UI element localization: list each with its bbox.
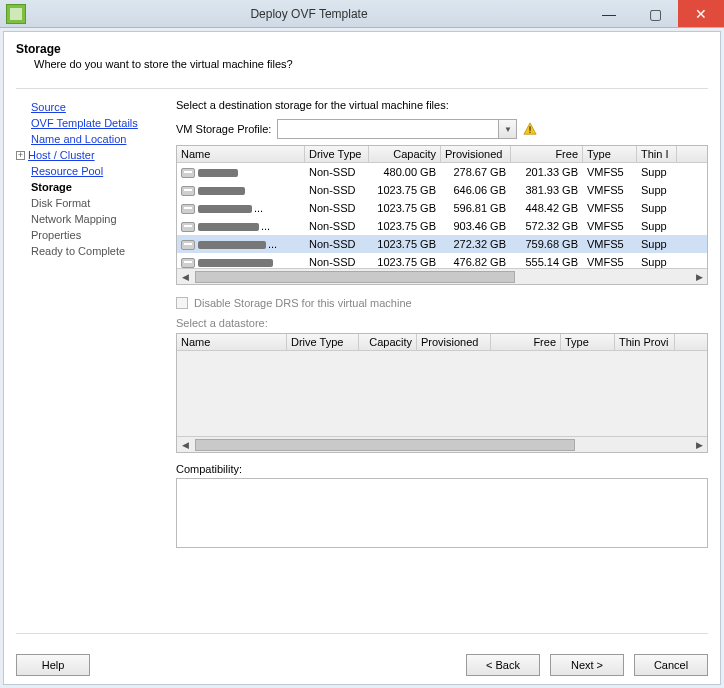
cell: Supp: [637, 219, 677, 233]
storage-row[interactable]: ...Non-SSD1023.75 GB272.32 GB759.68 GBVM…: [177, 235, 707, 253]
help-button[interactable]: Help: [16, 654, 90, 676]
cell: Non-SSD: [305, 183, 369, 197]
redacted-name: [198, 259, 273, 267]
back-button[interactable]: < Back: [466, 654, 540, 676]
cell-name: [177, 165, 305, 179]
storage-row[interactable]: ...Non-SSD1023.75 GB903.46 GB572.32 GBVM…: [177, 217, 707, 235]
col-provisioned[interactable]: Provisioned: [441, 146, 511, 162]
col2-drive-type[interactable]: Drive Type: [287, 334, 359, 350]
storage-grid: Name Drive Type Capacity Provisioned Fre…: [176, 145, 708, 285]
nav-item-source[interactable]: Source: [16, 99, 166, 115]
cell: 480.00 GB: [369, 165, 441, 179]
col2-capacity[interactable]: Capacity: [359, 334, 417, 350]
scroll-thumb[interactable]: [195, 271, 515, 283]
divider: [16, 88, 708, 89]
nav-item-network-mapping: Network Mapping: [16, 211, 166, 227]
datastore-label: Select a datastore:: [176, 317, 708, 329]
cancel-button[interactable]: Cancel: [634, 654, 708, 676]
storage-row[interactable]: Non-SSD1023.75 GB646.06 GB381.93 GBVMFS5…: [177, 181, 707, 199]
cell: VMFS5: [583, 183, 637, 197]
cell: VMFS5: [583, 201, 637, 215]
wizard-nav: SourceOVF Template DetailsName and Locat…: [16, 99, 166, 625]
cell: Supp: [637, 255, 677, 268]
cell: Supp: [637, 165, 677, 179]
col-drive-type[interactable]: Drive Type: [305, 146, 369, 162]
scroll-thumb[interactable]: [195, 439, 575, 451]
scroll-right-icon[interactable]: ▶: [691, 272, 707, 282]
datastore-icon: [181, 168, 195, 178]
cell-name: [177, 183, 305, 197]
scroll-left-icon[interactable]: ◀: [177, 440, 193, 450]
cell-name: [177, 255, 305, 268]
cell: 448.42 GB: [511, 201, 583, 215]
nav-label: Properties: [31, 227, 81, 243]
disable-drs-checkbox: [176, 297, 188, 309]
cell: 646.06 GB: [441, 183, 511, 197]
nav-item-storage[interactable]: Storage: [16, 179, 166, 195]
datastore-grid: Name Drive Type Capacity Provisioned Fre…: [176, 333, 708, 453]
storage-row[interactable]: Non-SSD1023.75 GB476.82 GB555.14 GBVMFS5…: [177, 253, 707, 268]
cell: VMFS5: [583, 237, 637, 251]
nav-label: Network Mapping: [31, 211, 117, 227]
cell: Non-SSD: [305, 255, 369, 268]
window-title: Deploy OVF Template: [32, 7, 586, 21]
page-heading: Storage: [16, 42, 708, 56]
storage-profile-select[interactable]: ▼: [277, 119, 517, 139]
col-thin[interactable]: Thin I: [637, 146, 677, 162]
nav-item-name-and-location[interactable]: Name and Location: [16, 131, 166, 147]
nav-label: Host / Cluster: [28, 147, 95, 163]
nav-item-resource-pool[interactable]: Resource Pool: [16, 163, 166, 179]
warning-icon: [523, 122, 537, 136]
maximize-button[interactable]: ▢: [632, 0, 678, 27]
cell: Supp: [637, 237, 677, 251]
storage-row[interactable]: ...Non-SSD1023.75 GB596.81 GB448.42 GBVM…: [177, 199, 707, 217]
cell: 903.46 GB: [441, 219, 511, 233]
col-capacity[interactable]: Capacity: [369, 146, 441, 162]
nav-label: Disk Format: [31, 195, 90, 211]
cell: VMFS5: [583, 219, 637, 233]
app-icon: [6, 4, 26, 24]
svg-rect-1: [530, 126, 531, 130]
nav-label: Source: [31, 99, 66, 115]
col2-provisioned[interactable]: Provisioned: [417, 334, 491, 350]
nav-item-ovf-template-details[interactable]: OVF Template Details: [16, 115, 166, 131]
cell: 1023.75 GB: [369, 237, 441, 251]
page-subheading: Where do you want to store the virtual m…: [34, 58, 708, 70]
minimize-button[interactable]: —: [586, 0, 632, 27]
scroll-left-icon[interactable]: ◀: [177, 272, 193, 282]
storage-row[interactable]: Non-SSD480.00 GB278.67 GB201.33 GBVMFS5S…: [177, 163, 707, 181]
grid-scrollbar[interactable]: ◀ ▶: [177, 268, 707, 284]
tree-expand-icon[interactable]: +: [16, 151, 25, 160]
cell: 759.68 GB: [511, 237, 583, 251]
col-name[interactable]: Name: [177, 146, 305, 162]
grid-header: Name Drive Type Capacity Provisioned Fre…: [177, 146, 707, 163]
scroll-right-icon[interactable]: ▶: [691, 440, 707, 450]
cell: 272.32 GB: [441, 237, 511, 251]
datastore-scrollbar[interactable]: ◀ ▶: [177, 436, 707, 452]
col2-name[interactable]: Name: [177, 334, 287, 350]
datastore-icon: [181, 258, 195, 268]
col-type[interactable]: Type: [583, 146, 637, 162]
col2-thin[interactable]: Thin Provi: [615, 334, 675, 350]
col-free[interactable]: Free: [511, 146, 583, 162]
close-button[interactable]: ✕: [678, 0, 724, 27]
cell: 201.33 GB: [511, 165, 583, 179]
compatibility-label: Compatibility:: [176, 463, 708, 475]
redacted-name: [198, 223, 259, 231]
datastore-icon: [181, 204, 195, 214]
nav-item-host-cluster[interactable]: +Host / Cluster: [16, 147, 166, 163]
cell: VMFS5: [583, 165, 637, 179]
cell: 596.81 GB: [441, 201, 511, 215]
cell: 1023.75 GB: [369, 201, 441, 215]
instruction-text: Select a destination storage for the vir…: [176, 99, 708, 111]
nav-label: Storage: [31, 179, 72, 195]
storage-profile-label: VM Storage Profile:: [176, 123, 271, 135]
col2-free[interactable]: Free: [491, 334, 561, 350]
nav-label: Ready to Complete: [31, 243, 125, 259]
compatibility-box: [176, 478, 708, 548]
next-button[interactable]: Next >: [550, 654, 624, 676]
redacted-name: [198, 205, 252, 213]
chevron-down-icon: ▼: [498, 120, 516, 138]
cell: Non-SSD: [305, 165, 369, 179]
col2-type[interactable]: Type: [561, 334, 615, 350]
